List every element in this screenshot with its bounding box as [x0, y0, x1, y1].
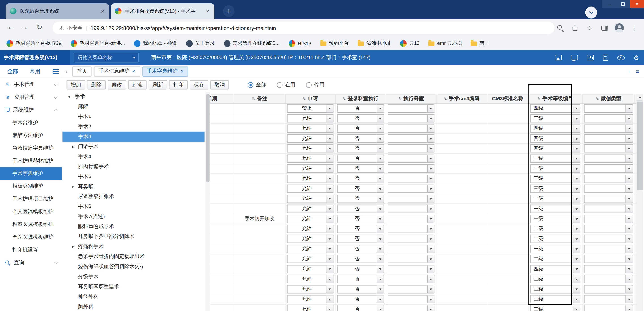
sidebar-item[interactable]: 打印机设置	[0, 244, 62, 256]
exec_dept-select[interactable]	[388, 104, 434, 113]
dropdown-arrow-icon[interactable]	[427, 235, 434, 242]
dropdown-arrow-icon[interactable]	[626, 265, 632, 273]
exec_dept-select[interactable]	[388, 145, 434, 153]
login_exec-select[interactable]: 否	[337, 215, 384, 223]
column-header[interactable]: ✎执行科室	[386, 94, 437, 103]
sidebar-item[interactable]: 个人医嘱模板维护	[0, 205, 62, 218]
login_exec-select[interactable]: 否	[337, 185, 384, 193]
status-radio[interactable]: 在用	[277, 82, 296, 88]
toolbar-button[interactable]: 修改	[108, 80, 126, 90]
toolbar-button[interactable]: 打印	[169, 80, 188, 90]
level-select[interactable]: 二级	[530, 255, 580, 263]
dropdown-arrow-icon[interactable]	[326, 205, 333, 213]
exec_dept-select[interactable]	[388, 295, 434, 303]
dropdown-arrow-icon[interactable]	[326, 245, 333, 253]
apply-select[interactable]: 允许	[287, 295, 334, 303]
exec_dept-select[interactable]	[388, 185, 434, 193]
login_exec-select[interactable]: 否	[337, 164, 384, 173]
dropdown-arrow-icon[interactable]	[427, 145, 434, 152]
sidebar-section[interactable]: 费用管理	[0, 91, 62, 104]
micro_type-select[interactable]	[584, 235, 633, 243]
dropdown-arrow-icon[interactable]	[376, 265, 384, 273]
tree-node[interactable]: 急诊手术骨折内固定物取出术	[62, 252, 204, 262]
micro_type-select[interactable]	[584, 124, 633, 133]
dropdown-arrow-icon[interactable]	[626, 285, 632, 293]
login_exec-select[interactable]: 否	[337, 225, 384, 233]
dropdown-arrow-icon[interactable]	[626, 255, 632, 263]
dropdown-arrow-icon[interactable]	[626, 295, 632, 303]
table-row[interactable]: 允许否三级	[210, 274, 636, 284]
dropdown-arrow-icon[interactable]	[427, 205, 434, 213]
table-row[interactable]: 允许否一级	[210, 244, 636, 254]
bookmark-star-icon[interactable]: ☆	[582, 24, 597, 32]
login_exec-select[interactable]: 否	[337, 305, 384, 311]
micro_type-select[interactable]	[584, 275, 633, 283]
micro_type-select[interactable]	[584, 175, 633, 183]
login_exec-select[interactable]: 否	[337, 295, 384, 303]
level-select[interactable]: 一级	[530, 195, 580, 203]
table-row[interactable]: 允许否二级	[210, 234, 636, 244]
eye-icon[interactable]	[617, 55, 624, 60]
login_exec-select[interactable]: 否	[337, 175, 384, 183]
micro_type-select[interactable]	[584, 104, 633, 113]
tree-node[interactable]: ▸耳鼻喉	[62, 182, 204, 192]
exec_dept-select[interactable]	[388, 154, 434, 163]
zoom-icon[interactable]	[553, 25, 568, 31]
sidebar-item[interactable]: 全院医嘱模板维护	[0, 231, 62, 244]
dropdown-arrow-icon[interactable]	[573, 255, 580, 263]
micro_type-select[interactable]	[584, 134, 633, 143]
status-radio[interactable]: 全部	[248, 82, 266, 88]
toolbar-button[interactable]: 删除	[87, 80, 106, 90]
dropdown-arrow-icon[interactable]	[573, 235, 580, 242]
dropdown-arrow-icon[interactable]	[573, 195, 580, 202]
exec_dept-select[interactable]	[388, 205, 434, 213]
dropdown-arrow-icon[interactable]	[427, 135, 434, 142]
sidebar-section[interactable]: 手术管理	[0, 78, 62, 91]
micro_type-select[interactable]	[584, 295, 633, 303]
level-select[interactable]: 二级	[530, 225, 580, 233]
sidebar-item[interactable]: 急救镇痛字典维护	[0, 142, 62, 155]
sidebar-item[interactable]: 手术护理器材维护	[0, 155, 62, 167]
dropdown-arrow-icon[interactable]	[626, 155, 632, 162]
maximize-button[interactable]	[616, 0, 630, 8]
dropdown-arrow-icon[interactable]	[326, 135, 333, 142]
tree-node[interactable]: 胸外科	[62, 302, 204, 311]
tree-node[interactable]: 手术6	[62, 202, 204, 212]
table-row[interactable]: 允许否一级	[210, 204, 636, 214]
sidebar-item[interactable]: 手术字典维护	[0, 167, 62, 180]
level-select[interactable]: 一级	[530, 205, 580, 213]
toolbar-button[interactable]: 过滤	[128, 80, 147, 90]
dropdown-arrow-icon[interactable]	[427, 175, 434, 182]
apply-select[interactable]: 允许	[287, 265, 334, 273]
login_exec-select[interactable]: 否	[337, 145, 384, 153]
dropdown-arrow-icon[interactable]	[573, 265, 580, 273]
address-bar[interactable]: ⚠ 不安全 | 199.9.129.29:8000/his-ss/app/#/s…	[52, 22, 554, 34]
dropdown-arrow-icon[interactable]	[326, 115, 333, 122]
table-row[interactable]: 允许否三级	[210, 154, 636, 164]
dropdown-arrow-icon[interactable]	[427, 265, 434, 273]
apply-select[interactable]: 允许	[287, 285, 334, 293]
dropdown-arrow-icon[interactable]	[326, 295, 333, 303]
bookmark-item[interactable]: emr 云环境	[428, 40, 462, 47]
bookmark-item[interactable]: 云13	[400, 40, 420, 47]
dropdown-arrow-icon[interactable]	[626, 215, 632, 223]
dropdown-arrow-icon[interactable]	[626, 115, 632, 122]
dropdown-arrow-icon[interactable]	[427, 155, 434, 162]
dropdown-arrow-icon[interactable]	[626, 195, 632, 202]
level-select[interactable]: 一级	[530, 215, 580, 223]
table-row[interactable]: 允许否四级	[210, 134, 636, 144]
security-label[interactable]: 不安全	[67, 24, 83, 31]
toolbar-button[interactable]: 取消	[210, 80, 229, 90]
dropdown-arrow-icon[interactable]	[376, 115, 384, 122]
dropdown-arrow-icon[interactable]	[376, 175, 384, 182]
dropdown-arrow-icon[interactable]	[573, 185, 580, 192]
micro_type-select[interactable]	[584, 245, 633, 253]
dropdown-arrow-icon[interactable]	[626, 245, 632, 253]
login_exec-select[interactable]: 否	[337, 285, 384, 293]
exec_dept-select[interactable]	[388, 215, 434, 223]
forward-button[interactable]: →	[19, 23, 30, 31]
page-tab[interactable]: 手术信息维护×	[94, 67, 140, 76]
dropdown-arrow-icon[interactable]	[376, 245, 384, 253]
apply-select[interactable]: 允许	[287, 215, 334, 223]
bookmark-item[interactable]: 漳浦中地址	[358, 40, 391, 47]
